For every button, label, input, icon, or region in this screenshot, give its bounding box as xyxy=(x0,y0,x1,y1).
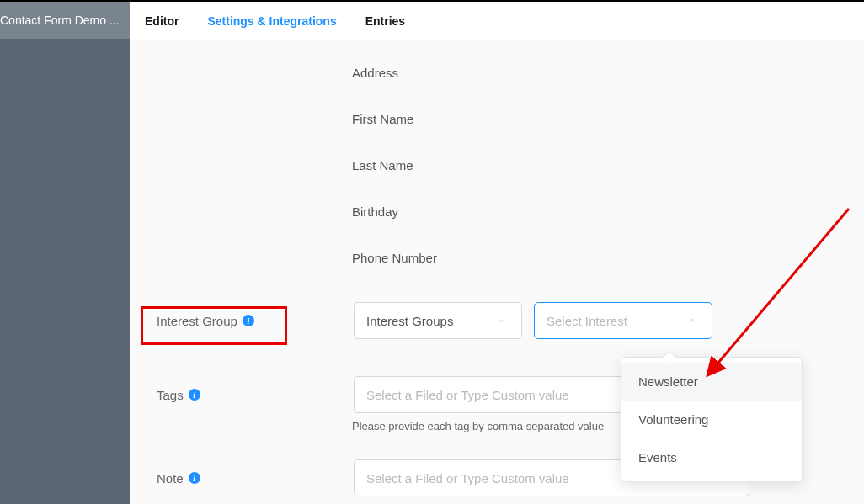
select-interest-placeholder: Select Interest xyxy=(547,314,627,328)
chevron-down-icon xyxy=(494,313,509,328)
tab-editor[interactable]: Editor xyxy=(145,2,179,40)
interest-group-select-value: Interest Groups xyxy=(366,314,453,328)
note-label-text: Note xyxy=(157,471,184,485)
info-icon[interactable]: i xyxy=(189,389,200,401)
note-label: Note i xyxy=(157,471,342,485)
field-birthday[interactable]: Birthday xyxy=(352,204,864,219)
tab-entries[interactable]: Entries xyxy=(365,2,405,40)
tab-settings-integrations[interactable]: Settings & Integrations xyxy=(207,2,336,40)
sidebar-form-title[interactable]: Contact Form Demo ... xyxy=(0,2,130,39)
field-phone-number[interactable]: Phone Number xyxy=(352,251,864,265)
interest-group-row: Interest Group i Interest Groups Select … xyxy=(157,302,864,339)
app-root: Contact Form Demo ... Editor Settings & … xyxy=(0,0,864,504)
chevron-up-icon xyxy=(685,313,700,328)
tags-label-text: Tags xyxy=(157,388,184,402)
main-pane: Editor Settings & Integrations Entries A… xyxy=(130,2,864,504)
field-address[interactable]: Address xyxy=(352,66,864,80)
mapped-fields-list: Address First Name Last Name Birthday Ph… xyxy=(352,66,864,265)
interest-group-label-text: Interest Group xyxy=(157,314,237,328)
info-icon[interactable]: i xyxy=(189,472,200,484)
select-interest-select[interactable]: Select Interest xyxy=(534,302,712,339)
interest-option-events[interactable]: Events xyxy=(621,438,802,476)
tags-placeholder: Select a Filed or Type Custom value xyxy=(366,388,569,402)
field-first-name[interactable]: First Name xyxy=(352,112,864,126)
tab-bar: Editor Settings & Integrations Entries xyxy=(130,2,864,40)
interest-group-label: Interest Group i xyxy=(157,314,342,328)
note-placeholder: Select a Filed or Type Custom value xyxy=(366,471,569,485)
field-last-name[interactable]: Last Name xyxy=(352,158,864,172)
info-icon[interactable]: i xyxy=(243,315,254,326)
tags-label: Tags i xyxy=(157,388,342,402)
interest-option-volunteering[interactable]: Volunteering xyxy=(621,401,802,438)
interest-group-select[interactable]: Interest Groups xyxy=(354,302,522,339)
interest-option-newsletter[interactable]: Newsletter xyxy=(621,363,802,401)
interest-options-dropdown: Newsletter Volunteering Events xyxy=(621,357,803,482)
content-area: Address First Name Last Name Birthday Ph… xyxy=(130,40,864,504)
sidebar: Contact Form Demo ... xyxy=(0,2,130,504)
